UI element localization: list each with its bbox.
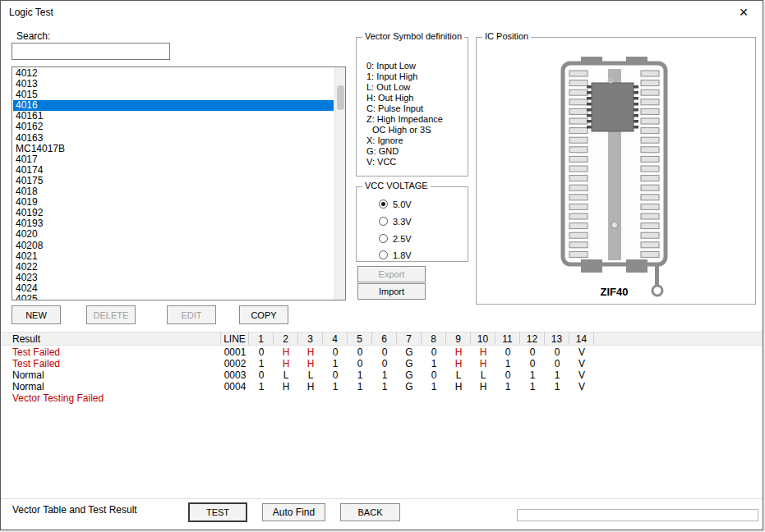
table-row: Normal00041HH111G1HH111V: [1, 381, 763, 392]
list-item[interactable]: 40193: [13, 218, 334, 229]
column-header-pin: 5: [348, 332, 372, 345]
pin-value-cell: H: [446, 358, 471, 369]
symbol-definition-line: C: Pulse Input: [366, 103, 468, 114]
vector-symbol-groupbox: Vector Symbol definition 0: Input Low1: …: [356, 37, 468, 177]
list-item[interactable]: 4015: [13, 89, 334, 100]
line-cell: 0004: [221, 381, 249, 392]
column-header-pin: 3: [298, 332, 323, 345]
pin-value-cell: 1: [495, 358, 520, 369]
list-item[interactable]: 4020: [13, 229, 334, 240]
pin-value-cell: [323, 392, 348, 404]
column-header-result: Result: [1, 332, 221, 345]
list-item[interactable]: 4013: [13, 79, 334, 89]
pin-value-cell: [298, 392, 323, 404]
table-row: Test Failed00021HH100G1HH100V: [1, 358, 763, 369]
pin-value-cell: H: [471, 346, 495, 358]
copy-button[interactable]: COPY: [239, 305, 288, 324]
result-table-body: Test Failed00010HH000G0HH000VTest Failed…: [1, 346, 763, 404]
pin-value-cell: H: [446, 381, 471, 392]
column-header-pin: 11: [495, 332, 520, 345]
list-item[interactable]: 40162: [13, 122, 334, 132]
pin-value-cell: L: [298, 369, 323, 381]
inserted-chip: [592, 83, 634, 131]
ic-listbox[interactable]: 4012401340154016401614016240163MC14017B4…: [12, 66, 346, 300]
list-item[interactable]: 4019: [13, 197, 334, 208]
pin-value-cell: 1: [422, 358, 446, 369]
pin-value-cell: 1: [249, 381, 274, 392]
pin-value-cell: 0: [249, 346, 274, 358]
radio-button-icon[interactable]: [379, 250, 388, 259]
scrollbar-thumb[interactable]: [337, 85, 344, 110]
pin-value-cell: 1: [545, 381, 569, 392]
list-item[interactable]: 4025: [13, 294, 334, 300]
list-item[interactable]: 4017: [13, 154, 334, 165]
list-scrollbar[interactable]: [334, 67, 345, 300]
radio-button-icon[interactable]: [379, 217, 388, 226]
pin-value-cell: 1: [348, 369, 372, 381]
list-item[interactable]: 4024: [13, 283, 334, 294]
pin-value-cell: [348, 392, 372, 404]
column-header-pin: 2: [274, 332, 298, 345]
search-input[interactable]: [12, 43, 170, 60]
list-item[interactable]: 4018: [13, 186, 334, 197]
vcc-option-3.3V[interactable]: 3.3V: [379, 216, 412, 227]
pin-value-cell: V: [569, 346, 594, 358]
radio-button-icon[interactable]: [379, 234, 388, 243]
auto-find-button[interactable]: Auto Find: [262, 503, 325, 521]
line-cell: 0003: [221, 369, 249, 381]
row-filler: [594, 346, 763, 358]
pin-value-cell: H: [471, 381, 495, 392]
pin-value-cell: 1: [520, 369, 545, 381]
list-item[interactable]: 40174: [13, 165, 334, 176]
edit-button: EDIT: [167, 305, 216, 324]
vcc-option-2.5V[interactable]: 2.5V: [379, 233, 412, 244]
new-button[interactable]: NEW: [12, 305, 61, 324]
pin-value-cell: G: [397, 381, 422, 392]
column-header-pin: 6: [372, 332, 397, 345]
pin-value-cell: H: [274, 346, 298, 358]
pin-value-cell: L: [274, 369, 298, 381]
import-button[interactable]: Import: [357, 283, 426, 300]
vcc-option-1.8V[interactable]: 1.8V: [379, 250, 412, 260]
list-item[interactable]: 40192: [13, 208, 334, 218]
pin-value-cell: 1: [422, 381, 446, 392]
back-button[interactable]: BACK: [340, 503, 400, 521]
pin-value-cell: [446, 392, 471, 404]
symbol-definition-line: L: Out Low: [366, 82, 468, 93]
radio-label: 5.0V: [393, 200, 412, 209]
list-item[interactable]: 40175: [13, 176, 334, 186]
pin-value-cell: H: [446, 346, 471, 358]
list-item[interactable]: 4022: [13, 262, 334, 273]
pin-value-cell: 0: [520, 358, 545, 369]
delete-button: DELETE: [86, 305, 136, 324]
list-item[interactable]: 40161: [13, 111, 334, 122]
column-header-pin: 12: [520, 332, 545, 345]
radio-label: 1.8V: [393, 250, 412, 260]
list-item[interactable]: 4023: [13, 273, 334, 283]
test-button[interactable]: TEST: [188, 502, 247, 522]
list-item[interactable]: 40208: [13, 241, 334, 251]
row-filler: [594, 358, 763, 369]
vcc-option-5.0V[interactable]: 5.0V: [379, 199, 412, 209]
radio-button-icon[interactable]: [379, 200, 388, 209]
pin-value-cell: V: [569, 358, 594, 369]
column-header-pin: 4: [323, 332, 348, 345]
pin-value-cell: G: [397, 369, 422, 381]
line-cell: [221, 392, 249, 404]
list-item[interactable]: MC14017B: [13, 144, 334, 154]
pin-value-cell: L: [446, 369, 471, 381]
symbol-definition-line: 1: Input High: [366, 71, 468, 82]
pin-value-cell: 0: [348, 358, 372, 369]
list-item-selected[interactable]: 4016: [13, 100, 334, 111]
pin-value-cell: G: [397, 346, 422, 358]
column-header-pin: 7: [397, 332, 422, 345]
list-item[interactable]: 4021: [13, 251, 334, 262]
close-icon[interactable]: ×: [730, 2, 758, 22]
title-bar: Logic Test ×: [1, 1, 763, 24]
list-item[interactable]: 4012: [13, 68, 334, 79]
pin-value-cell: 0: [372, 358, 397, 369]
pin-value-cell: H: [298, 358, 323, 369]
list-item[interactable]: 40163: [13, 133, 334, 144]
column-header-line: LINE: [221, 332, 249, 345]
column-header-pin: 13: [545, 332, 569, 345]
